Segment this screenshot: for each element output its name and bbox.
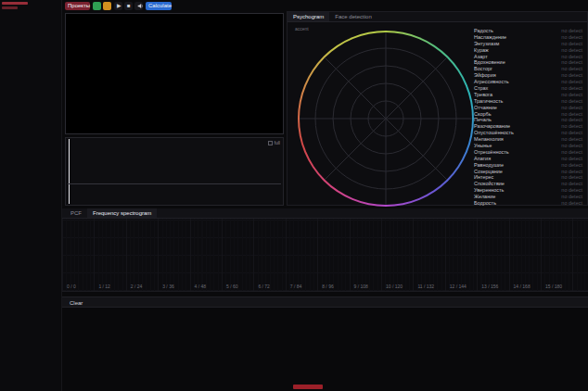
emotion-value: no detect [561, 143, 582, 149]
emotion-row: Меланхолияno detect [474, 136, 582, 143]
emotion-value: no detect [561, 72, 582, 79]
emotion-list: Радостьno detectНаслаждениеno detectЭнту… [474, 28, 582, 203]
emotion-label: Созерцание [474, 169, 503, 175]
emotion-label: Разочарование [474, 123, 510, 130]
emotion-label: Интерес [474, 174, 493, 181]
add-button[interactable] [93, 2, 101, 10]
emotion-value: no detect [561, 200, 582, 207]
psychogram-radar-chart [298, 31, 474, 207]
radar-grid [298, 31, 474, 207]
emotion-row: Опустошённостьno detect [474, 130, 582, 136]
emotion-label: Скорбь [474, 111, 492, 118]
waveform-panel: full [65, 137, 284, 206]
volume-icon[interactable] [134, 2, 143, 10]
axis-tick-label: 0 / 0 [67, 284, 76, 289]
axis-tick-label: 10 / 120 [386, 284, 403, 289]
emotion-label: Трагичность [474, 98, 503, 105]
emotion-row: Вдохновениеno detect [474, 59, 582, 66]
emotion-value: no detect [561, 174, 582, 181]
emotion-value: no detect [561, 28, 582, 34]
emotion-label: Уверенность [474, 187, 505, 194]
emotion-value: no detect [561, 85, 582, 92]
full-checkbox-label: full [275, 140, 280, 145]
playhead-marker[interactable] [69, 139, 70, 204]
emotion-label: Тревога [474, 92, 492, 98]
frequency-spectrogram-panel: 0 / 01 / 122 / 243 / 364 / 485 / 606 / 7… [62, 219, 588, 292]
clear-button[interactable]: Clear [62, 296, 588, 308]
axis-tick-label: 7 / 84 [290, 284, 302, 289]
tab-psychogram[interactable]: Psychogram [288, 12, 329, 21]
tab-face-detection[interactable]: Face detection [329, 12, 377, 21]
axis-tick-label: 14 / 168 [514, 284, 530, 289]
bottom-red-artifact [293, 385, 323, 389]
emotion-row: Энтузиазмno detect [474, 41, 582, 47]
emotion-value: no detect [561, 156, 582, 162]
open-button[interactable] [103, 2, 111, 10]
emotion-label: Азарт [474, 54, 488, 60]
emotion-value: no detect [561, 79, 582, 85]
spectrogram-tab-bar: PCF Frequency spectrogram [62, 208, 588, 219]
emotion-value: no detect [561, 123, 582, 130]
emotion-value: no detect [561, 34, 582, 41]
emotion-label: Опустошённость [474, 130, 514, 136]
app-window: Проекты ▶ ■ Calculate full Psychogram Fa… [0, 0, 588, 391]
full-checkbox[interactable]: full [268, 140, 280, 145]
emotion-value: no detect [561, 41, 582, 47]
sidebar-red-marker [2, 6, 18, 9]
emotion-value: no detect [561, 105, 582, 111]
projects-button[interactable]: Проекты [65, 2, 90, 10]
emotion-value: no detect [561, 59, 582, 66]
emotion-row: Куражno detect [474, 47, 582, 54]
play-icon[interactable]: ▶ [114, 2, 122, 10]
emotion-label: Равнодушие [474, 162, 504, 169]
tab-frequency-spectrogram[interactable]: Frequency spectrogram [87, 208, 157, 218]
axis-tick-label: 4 / 48 [195, 284, 207, 289]
emotion-label: Меланхолия [474, 136, 504, 143]
emotion-value: no detect [561, 54, 582, 60]
emotion-row: Наслаждениеno detect [474, 34, 582, 41]
emotion-value: no detect [561, 187, 582, 194]
emotion-row: Апатияno detect [474, 156, 582, 162]
tab-pcf[interactable]: PCF [65, 208, 87, 218]
emotion-label: Вдохновение [474, 59, 505, 66]
emotion-label: Бодрость [474, 200, 496, 207]
emotion-label: Энтузиазм [474, 41, 499, 47]
emotion-label: Агрессивность [474, 79, 509, 85]
psychogram-panel: Psychogram Face detection accent [287, 11, 588, 206]
emotion-row: Равнодушиеno detect [474, 162, 582, 169]
axis-tick-label: 3 / 36 [162, 284, 174, 289]
emotion-value: no detect [561, 66, 582, 72]
emotion-row: Тревогаno detect [474, 92, 582, 98]
emotion-row: Уверенностьno detect [474, 187, 582, 194]
emotion-row: Отрешённостьno detect [474, 149, 582, 156]
emotion-label: Апатия [474, 156, 491, 162]
axis-tick-label: 15 / 180 [545, 284, 562, 289]
checkbox-icon [268, 141, 273, 145]
axis-tick-label: 5 / 60 [226, 284, 238, 289]
emotion-row: Отчаяниеno detect [474, 105, 582, 111]
emotion-label: Страх [474, 85, 488, 92]
calculate-button[interactable]: Calculate [146, 2, 172, 10]
stop-icon[interactable]: ■ [124, 2, 133, 10]
emotion-value: no detect [561, 47, 582, 54]
project-sidebar[interactable] [0, 0, 62, 391]
emotion-row: Уныньеno detect [474, 143, 582, 149]
emotion-row: Трагичностьno detect [474, 98, 582, 105]
emotion-value: no detect [561, 92, 582, 98]
emotion-row: Спокойствиеno detect [474, 181, 582, 187]
emotion-label: Восторг [474, 66, 492, 72]
axis-tick-label: 8 / 96 [322, 284, 334, 289]
emotion-row: Интересno detect [474, 174, 582, 181]
emotion-value: no detect [561, 98, 582, 105]
axis-tick-label: 9 / 108 [354, 284, 368, 289]
emotion-row: Восторгno detect [474, 66, 582, 72]
emotion-label: Наслаждение [474, 34, 506, 41]
emotion-row: Радостьno detect [474, 28, 582, 34]
emotion-value: no detect [561, 194, 582, 200]
emotion-row: Бодростьno detect [474, 200, 582, 207]
emotion-label: Отчаяние [474, 105, 497, 111]
emotion-row: Желаниеno detect [474, 194, 582, 200]
axis-tick-label: 6 / 72 [258, 284, 270, 289]
emotion-value: no detect [561, 111, 582, 118]
emotion-label: Спокойствие [474, 181, 505, 187]
